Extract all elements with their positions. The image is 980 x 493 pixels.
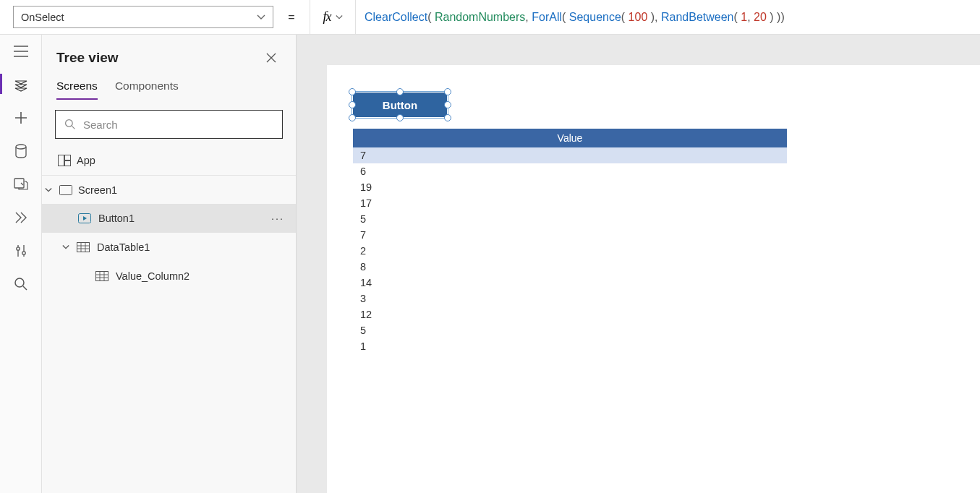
app-icon	[56, 155, 72, 166]
svg-rect-9	[60, 185, 72, 194]
formula-token: 1	[741, 11, 747, 24]
screen-canvas[interactable]: Button Value 76191757281431251	[327, 65, 980, 493]
tree-view-icon[interactable]	[13, 77, 29, 93]
tree-node-screen1[interactable]: Screen1	[42, 175, 296, 204]
resize-handle[interactable]	[444, 101, 451, 108]
settings-icon[interactable]	[13, 243, 29, 259]
svg-point-2	[16, 247, 19, 250]
more-icon[interactable]: ···	[268, 213, 287, 224]
close-icon[interactable]	[261, 48, 281, 68]
tree-node-button1[interactable]: Button1 ···	[42, 204, 296, 233]
tab-screens[interactable]: Screens	[56, 80, 98, 100]
hamburger-icon[interactable]	[13, 43, 29, 59]
chevron-down-icon	[257, 13, 265, 22]
formula-token: Sequence	[569, 11, 621, 24]
formula-bar: OnSelect = fx ClearCollect( RandomNumber…	[0, 0, 980, 35]
tree-node-label: DataTable1	[97, 241, 150, 253]
svg-rect-11	[77, 243, 90, 252]
tree-tabs: Screens Components	[42, 72, 296, 100]
svg-point-4	[15, 278, 24, 287]
formula-token: ,	[747, 11, 754, 24]
table-row[interactable]: 5	[353, 211, 787, 227]
tree-node-label: Screen1	[78, 184, 117, 196]
formula-input[interactable]: ClearCollect( RandomNumbers, ForAll( Seq…	[356, 0, 980, 34]
table-row[interactable]: 5	[353, 322, 787, 338]
media-icon[interactable]	[13, 176, 29, 192]
table-row[interactable]: 19	[353, 179, 787, 195]
equals-label: =	[273, 0, 310, 34]
formula-token: (	[621, 11, 629, 24]
fx-button[interactable]: fx	[310, 0, 356, 34]
tree-node-label: Value_Column2	[116, 270, 189, 282]
formula-token: 100	[629, 11, 648, 24]
tree-node-label: App	[77, 155, 95, 166]
insert-icon[interactable]	[13, 110, 29, 126]
svg-point-5	[66, 120, 73, 127]
tree-view-panel: Tree view Screens Components App	[42, 35, 297, 493]
table-row[interactable]: 2	[353, 243, 787, 259]
data-table-control[interactable]: Value 76191757281431251	[353, 129, 787, 354]
table-row[interactable]: 17	[353, 195, 787, 211]
formula-token: (	[734, 11, 741, 24]
table-header[interactable]: Value	[353, 129, 787, 147]
chevron-down-icon[interactable]	[62, 244, 75, 251]
screen-icon	[58, 185, 74, 195]
left-rail	[0, 35, 42, 493]
svg-rect-7	[65, 155, 71, 160]
formula-token: 20	[754, 11, 767, 24]
tree-node-label: Button1	[98, 213, 135, 224]
table-row[interactable]: 7	[353, 147, 787, 163]
table-row[interactable]: 14	[353, 275, 787, 291]
tree-title: Tree view	[56, 50, 261, 66]
selected-control[interactable]: Button	[353, 93, 447, 117]
resize-handle[interactable]	[396, 88, 404, 95]
button-label: Button	[383, 99, 417, 111]
property-selector[interactable]: OnSelect	[13, 6, 273, 28]
svg-point-3	[22, 252, 25, 254]
table-row[interactable]: 1	[353, 338, 787, 354]
tree-node-datatable1[interactable]: DataTable1	[42, 233, 296, 262]
resize-handle[interactable]	[349, 101, 356, 108]
resize-handle[interactable]	[349, 114, 356, 121]
datatable-icon	[75, 242, 91, 252]
formula-token: (	[427, 11, 435, 24]
formula-token: ,	[655, 11, 661, 24]
table-row[interactable]: 7	[353, 227, 787, 243]
column-icon	[94, 271, 110, 281]
chevron-down-icon[interactable]	[45, 187, 58, 194]
formula-token: )	[647, 11, 655, 24]
resize-handle[interactable]	[349, 88, 356, 95]
resize-handle[interactable]	[444, 114, 451, 121]
tree-node-value-column[interactable]: Value_Column2	[42, 262, 296, 291]
table-row[interactable]: 8	[353, 259, 787, 275]
tree-nodes: App Screen1 Button1 ···	[42, 146, 296, 493]
table-row[interactable]: 12	[353, 306, 787, 322]
table-row[interactable]: 6	[353, 163, 787, 179]
power-automate-icon[interactable]	[13, 210, 29, 226]
search-input[interactable]	[83, 119, 273, 131]
formula-token: ) ))	[767, 11, 785, 24]
svg-rect-6	[59, 155, 64, 166]
search-icon[interactable]	[13, 276, 29, 292]
button-control-icon	[77, 213, 93, 223]
formula-token: ForAll	[532, 11, 562, 24]
search-icon	[64, 119, 76, 130]
property-selector-value: OnSelect	[21, 12, 64, 23]
formula-token: RandomNumbers	[435, 11, 525, 24]
data-icon[interactable]	[13, 143, 29, 159]
chevron-down-icon	[336, 14, 343, 21]
tab-components[interactable]: Components	[115, 80, 179, 100]
fx-icon: fx	[323, 9, 331, 25]
resize-handle[interactable]	[444, 88, 451, 95]
tree-node-app[interactable]: App	[42, 146, 296, 175]
button-control[interactable]: Button	[353, 93, 447, 117]
resize-handle[interactable]	[396, 114, 404, 121]
table-body: 76191757281431251	[353, 147, 787, 354]
tree-search[interactable]	[55, 110, 283, 139]
canvas-area: Button Value 76191757281431251	[297, 35, 980, 493]
formula-token: ,	[525, 11, 532, 24]
formula-token: (	[562, 11, 569, 24]
table-row[interactable]: 3	[353, 291, 787, 306]
svg-point-0	[16, 145, 26, 149]
svg-rect-1	[14, 179, 24, 188]
